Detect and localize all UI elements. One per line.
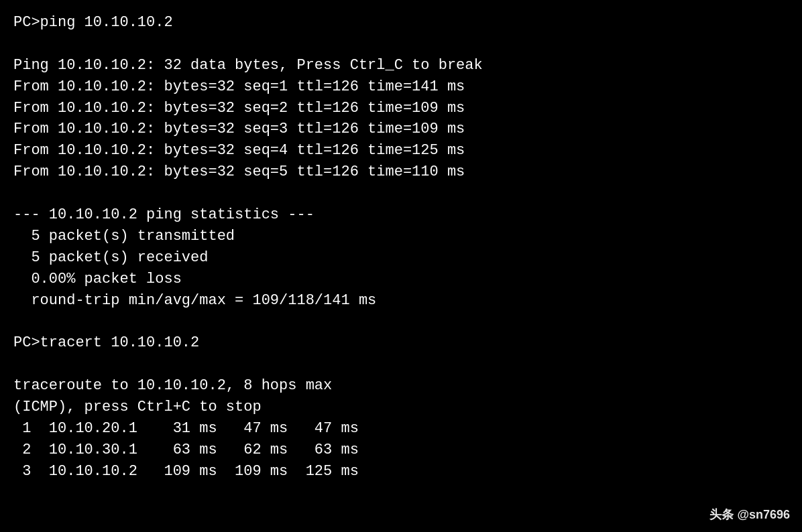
terminal-blank-line (13, 311, 789, 332)
terminal-line-stats1: 5 packet(s) transmitted (13, 226, 789, 247)
terminal-line-trace1: 1 10.10.20.1 31 ms 47 ms 47 ms (13, 418, 789, 440)
terminal-line-ping_hdr: Ping 10.10.10.2: 32 data bytes, Press Ct… (13, 55, 789, 76)
terminal-line-ping3: From 10.10.10.2: bytes=32 seq=3 ttl=126 … (13, 119, 789, 140)
terminal-line-stats2: 5 packet(s) received (13, 247, 789, 269)
terminal-line-stats3: 0.00% packet loss (13, 269, 789, 290)
terminal-line-trace2: 2 10.10.30.1 63 ms 62 ms 63 ms (13, 440, 789, 461)
terminal-line-cmd1: PC>ping 10.10.10.2 (13, 12, 789, 34)
terminal-line-trace3: 3 10.10.10.2 109 ms 109 ms 125 ms (13, 461, 789, 482)
terminal-line-ping2: From 10.10.10.2: bytes=32 seq=2 ttl=126 … (13, 98, 789, 119)
watermark: 头条 @sn7696 (709, 507, 790, 523)
terminal-line-ping5: From 10.10.10.2: bytes=32 seq=5 ttl=126 … (13, 161, 789, 183)
terminal-line-ping4: From 10.10.10.2: bytes=32 seq=4 ttl=126 … (13, 140, 789, 161)
terminal-line-trace_hdr2: (ICMP), press Ctrl+C to stop (13, 397, 789, 418)
terminal-window: PC>ping 10.10.10.2Ping 10.10.10.2: 32 da… (0, 0, 802, 532)
terminal-line-cmd2: PC>tracert 10.10.10.2 (13, 332, 789, 354)
terminal-blank-line (13, 34, 789, 55)
terminal-line-ping1: From 10.10.10.2: bytes=32 seq=1 ttl=126 … (13, 76, 789, 98)
terminal-blank-line (13, 183, 789, 204)
terminal-line-stats4: round-trip min/avg/max = 109/118/141 ms (13, 290, 789, 312)
terminal-line-trace_hdr1: traceroute to 10.10.10.2, 8 hops max (13, 375, 789, 397)
terminal-line-stats_hdr: --- 10.10.10.2 ping statistics --- (13, 204, 789, 226)
terminal-blank-line (13, 354, 789, 375)
